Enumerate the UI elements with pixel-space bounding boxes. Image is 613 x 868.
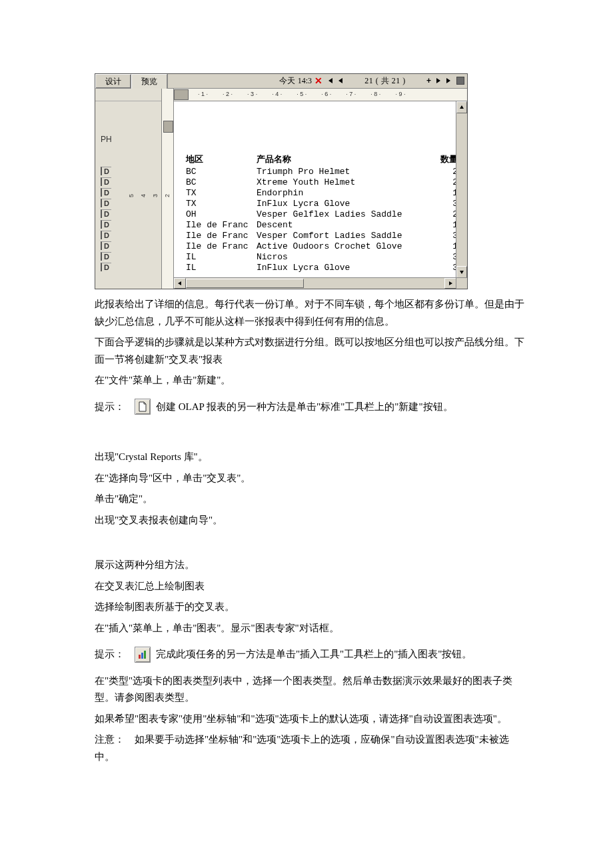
tab-bar: 设计 预览 今天 14:3 ✕ 21 ( 共 21 ) + [95, 74, 467, 89]
paragraph: 在"类型"选项卡的图表类型列表中，选择一个图表类型。然后单击数据演示效果最好的图… [95, 673, 526, 707]
last-record-icon[interactable] [444, 76, 454, 85]
horizontal-ruler: 1 2 3 4 5 6 7 8 9 [174, 89, 467, 101]
next-record-icon[interactable] [434, 76, 443, 85]
section-d: D [101, 241, 111, 250]
plus-icon: + [425, 74, 431, 87]
close-icon[interactable]: ✕ [314, 76, 322, 85]
header-product: 产品名称 [257, 152, 438, 167]
paragraph: 单击"确定"。 [95, 491, 526, 508]
note-text: 如果要手动选择"坐标轴"和"选项"选项卡上的选项，应确保"自动设置图表选项"未被… [95, 734, 509, 762]
paragraph: 在"选择向导"区中，单击"交叉表"。 [95, 470, 526, 487]
table-row: ILInFlux Lycra Glove3 [186, 263, 458, 273]
section-d: D [101, 231, 111, 239]
scroll-right-icon[interactable] [444, 278, 456, 289]
paragraph: 在"文件"菜单上，单击"新建"。 [95, 372, 526, 389]
paragraph: 出现"交叉表报表创建向导"。 [95, 512, 526, 529]
table-row: Ile de FrancDescent1 [186, 220, 458, 231]
paragraph: 在交叉表汇总上绘制图表 [95, 578, 526, 595]
paragraph: 选择绘制图表所基于的交叉表。 [95, 599, 526, 616]
scroll-thumb[interactable] [186, 279, 304, 288]
horizontal-scrollbar[interactable] [174, 277, 456, 289]
tip-text: 完成此项任务的另一方法是单击"插入工具"工具栏上的"插入图表"按钮。 [156, 646, 472, 663]
note-label: 注意： [95, 731, 135, 749]
scroll-down-icon[interactable] [456, 266, 467, 278]
prev-record-icon[interactable] [336, 76, 345, 85]
record-indicator: 21 ( 共 21 ) [348, 74, 422, 87]
svg-rect-1 [141, 653, 143, 659]
header-qty: 数量 [438, 152, 458, 167]
table-row: BCTriumph Pro Helmet2 [186, 167, 458, 177]
scroll-left-icon[interactable] [174, 278, 186, 289]
section-d: D [101, 263, 111, 271]
table-row: Ile de FrancActive Oudoors Crochet Glove… [186, 241, 458, 252]
tab-design[interactable]: 设计 [95, 74, 131, 89]
section-d: D [101, 220, 111, 229]
insert-chart-icon [135, 647, 151, 663]
stop-icon[interactable] [456, 77, 464, 85]
section-d: D [101, 209, 111, 218]
section-d: D [101, 167, 111, 175]
paragraph: 如果希望"图表专家"使用"坐标轴"和"选项"选项卡上的默认选项，请选择"自动设置… [95, 711, 526, 728]
table-row: Ile de FrancVesper Comfort Ladies Saddle… [186, 231, 458, 241]
first-record-icon[interactable] [325, 76, 334, 85]
section-d: D [101, 177, 111, 186]
note: 注意：如果要手动选择"坐标轴"和"选项"选项卡上的选项，应确保"自动设置图表选项… [95, 731, 526, 765]
tip-text: 创建 OLAP 报表的另一种方法是单击"标准"工具栏上的"新建"按钮。 [156, 399, 453, 416]
vertical-scrollbar[interactable] [456, 101, 467, 278]
vertical-ruler: 2 3 4 5 [162, 89, 174, 289]
report-preview-window: 设计 预览 今天 14:3 ✕ 21 ( 共 21 ) + [95, 73, 468, 289]
svg-rect-0 [139, 655, 141, 659]
section-d: D [101, 188, 111, 197]
tip-label: 提示： [95, 399, 135, 416]
table-row: BCXtreme Youth Helmet2 [186, 177, 458, 188]
tip-label: 提示： [95, 646, 135, 663]
table-row: TXInFlux Lycra Glove3 [186, 199, 458, 209]
tab-preview[interactable]: 预览 [131, 74, 167, 89]
paragraph: 在"插入"菜单上，单击"图表"。显示"图表专家"对话框。 [95, 620, 526, 637]
scroll-up-icon[interactable] [456, 101, 467, 113]
status-today: 今天 [279, 74, 295, 87]
header-region: 地区 [186, 152, 257, 167]
svg-rect-2 [144, 651, 146, 659]
paragraph: 出现"Crystal Reports 库"。 [95, 449, 526, 466]
paragraph: 下面合乎逻辑的步骤就是以某种方式对数据进行分组。既可以按地区分组也可以按产品线分… [95, 334, 526, 368]
table-row: ILNicros3 [186, 252, 458, 263]
section-d: D [101, 199, 111, 207]
section-d: D [101, 252, 111, 261]
paragraph: 此报表给出了详细的信息。每行代表一份订单。对于不同车锁，每个地区都有多份订单。但… [95, 296, 526, 330]
new-document-icon [135, 399, 151, 415]
table-header: 地区产品名称数量 [186, 152, 458, 167]
paragraph: 展示这两种分组方法。 [95, 557, 526, 574]
table-row: TXEndorphin1 [186, 188, 458, 199]
table-body: BCTriumph Pro Helmet2BCXtreme Youth Helm… [186, 167, 458, 273]
status-time: 14:3 [298, 74, 312, 87]
report-canvas: 地区产品名称数量 BCTriumph Pro Helmet2BCXtreme Y… [174, 101, 467, 289]
table-row: OHVesper Gelflex Ladies Saddle2 [186, 209, 458, 220]
